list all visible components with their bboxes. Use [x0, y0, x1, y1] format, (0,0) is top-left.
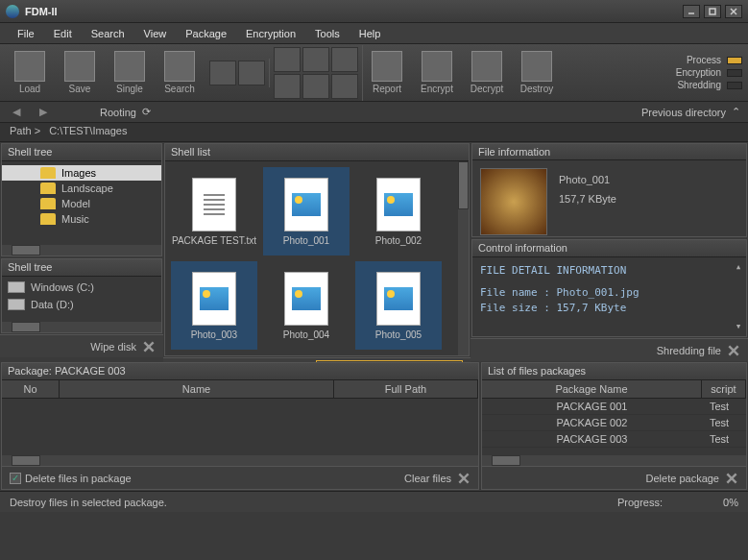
shredding-label: Shredding file: [657, 345, 721, 356]
menu-help[interactable]: Help: [350, 25, 391, 42]
led-icon: [727, 82, 742, 89]
led-icon: [727, 57, 742, 64]
rooting-button[interactable]: Rooting ⟳: [100, 106, 151, 118]
x-icon: [727, 344, 740, 357]
tool-small-1[interactable]: [209, 61, 236, 85]
image-icon: [384, 287, 413, 310]
shell-list-scrollbar[interactable]: [458, 161, 469, 355]
pkglist-header: List of files packages: [482, 363, 746, 380]
table-row[interactable]: PACKAGE 001Test: [482, 399, 746, 415]
menu-package[interactable]: Package: [176, 25, 236, 42]
tool-grid-2[interactable]: [302, 47, 329, 72]
drive-item[interactable]: Windows (C:): [2, 279, 161, 296]
folder-icon: [40, 213, 56, 225]
menubar: FileEditSearchViewPackageEncryptionTools…: [0, 23, 748, 44]
tool-grid-5[interactable]: [302, 74, 329, 99]
col-no[interactable]: No: [2, 380, 60, 398]
menu-search[interactable]: Search: [82, 25, 134, 42]
scroll-down-button[interactable]: ▾: [733, 321, 744, 332]
file-thumb[interactable]: PACKAGE TEST.txt: [171, 167, 257, 256]
tool-small-2[interactable]: [238, 61, 265, 85]
destroy-button[interactable]: Destroy: [513, 46, 561, 100]
load-button[interactable]: Load: [6, 46, 54, 100]
wipe-disk-button[interactable]: Wipe disk: [90, 340, 156, 353]
image-icon: [384, 193, 413, 216]
tree-item[interactable]: Images: [2, 165, 161, 181]
close-button[interactable]: [725, 5, 742, 18]
ctrl-title: FILE DETAIL INFORMATION: [480, 263, 738, 280]
file-info-panel: File information Photo_001 157,7 KByte: [471, 143, 747, 237]
col-pkgname[interactable]: Package Name: [482, 380, 702, 398]
menu-tools[interactable]: Tools: [305, 25, 350, 42]
forward-button[interactable]: ▶: [35, 104, 52, 121]
toolbar: LoadSaveSingleSearch ReportEncryptDecryp…: [0, 44, 748, 102]
pathbar: Path > C:\TEST\Images: [0, 123, 748, 142]
drive-hscroll[interactable]: [2, 322, 161, 332]
statusbar: Destroy files in selected package. Progr…: [0, 491, 748, 512]
drive-tree-header: Shell tree: [2, 259, 161, 277]
x-icon: [142, 340, 156, 353]
delete-files-checkbox[interactable]: [10, 473, 21, 484]
previous-dir-button[interactable]: Previous directory ⌃: [641, 106, 740, 118]
decrypt-icon: [471, 51, 502, 82]
file-thumb[interactable]: Photo_001: [263, 167, 350, 256]
scroll-up-button[interactable]: ▴: [733, 261, 744, 273]
col-fullpath[interactable]: Full Path: [334, 380, 478, 398]
app-logo-icon: [6, 5, 19, 18]
menu-edit[interactable]: Edit: [44, 25, 82, 42]
col-desc[interactable]: script: [702, 380, 746, 398]
led-icon: [727, 69, 742, 77]
tree-hscroll[interactable]: [2, 245, 161, 256]
path-prefix: Path >: [10, 125, 40, 136]
package-table-body: [2, 399, 478, 455]
back-button[interactable]: ◀: [8, 104, 25, 121]
status-message: Destroy files in selected package.: [10, 497, 167, 508]
decrypt-button[interactable]: Decrypt: [463, 46, 511, 100]
chevron-up-icon: ⌃: [732, 106, 740, 118]
pkg-hscroll[interactable]: [2, 455, 478, 466]
encrypt-button[interactable]: Encrypt: [413, 46, 461, 100]
save-button[interactable]: Save: [56, 46, 104, 100]
tree-item[interactable]: Landscape: [2, 181, 161, 196]
file-thumb[interactable]: Photo_002: [355, 167, 442, 256]
minimize-button[interactable]: [683, 5, 700, 18]
shell-tree-panel: Shell tree ImagesLandscapeModelMusic: [1, 143, 162, 256]
titlebar: FDM-II: [0, 0, 748, 23]
menu-view[interactable]: View: [134, 25, 177, 42]
folder-icon: [40, 167, 56, 179]
drive-item[interactable]: Data (D:): [2, 296, 161, 313]
file-thumb[interactable]: Photo_003: [171, 261, 257, 350]
toolbar-status: ProcessEncryptionShredding: [676, 55, 742, 90]
col-name[interactable]: Name: [60, 380, 334, 398]
tree-item[interactable]: Model: [2, 196, 161, 211]
clear-files-button[interactable]: Clear files: [404, 472, 471, 485]
tool-grid-1[interactable]: [274, 47, 301, 72]
report-button[interactable]: Report: [363, 46, 411, 100]
refresh-icon: ⟳: [142, 106, 151, 118]
load-icon: [14, 51, 45, 82]
delete-package-button[interactable]: Delete package: [646, 472, 738, 485]
table-row[interactable]: PACKAGE 003Test: [482, 431, 746, 448]
destroy-icon: [521, 51, 552, 82]
search-icon: [164, 51, 195, 82]
shredding-file-button[interactable]: Shredding file: [657, 344, 740, 357]
tool-grid-6[interactable]: [331, 74, 358, 99]
menu-file[interactable]: File: [8, 25, 44, 42]
table-row[interactable]: PACKAGE 002Test: [482, 415, 746, 431]
search-button[interactable]: Search: [156, 46, 204, 100]
drive-icon: [8, 281, 25, 293]
menu-encryption[interactable]: Encryption: [236, 25, 305, 42]
file-thumb[interactable]: Photo_005: [355, 261, 442, 350]
x-icon: [725, 472, 738, 485]
tool-grid-4[interactable]: [274, 74, 301, 99]
folder-icon: [40, 183, 56, 194]
maximize-button[interactable]: [704, 5, 721, 18]
tree-item[interactable]: Music: [2, 211, 161, 227]
file-thumb[interactable]: Photo_004: [263, 261, 350, 350]
progress-label: Progress:: [617, 497, 663, 508]
pkglist-hscroll[interactable]: [482, 455, 746, 466]
tool-grid-3[interactable]: [331, 47, 358, 72]
single-button[interactable]: Single: [106, 46, 154, 100]
delete-files-label: Delete files in package: [25, 473, 132, 484]
progress-value: 0%: [723, 497, 738, 508]
